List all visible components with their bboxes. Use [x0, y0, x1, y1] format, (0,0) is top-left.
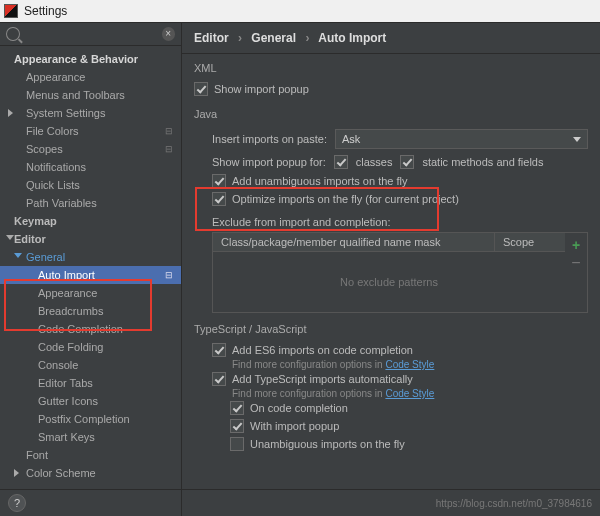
unamb-row: Unambiguous imports on the fly: [230, 435, 588, 453]
crumb-sep: ›: [238, 31, 242, 45]
hint-ts: Find more configuration options in Code …: [232, 388, 588, 399]
checkbox-label: With import popup: [250, 420, 339, 432]
checkbox-label: On code completion: [250, 402, 348, 414]
window-title: Settings: [24, 4, 67, 18]
exclude-table: Class/package/member qualified name mask…: [212, 232, 588, 313]
checkbox-add-unambiguous[interactable]: [212, 174, 226, 188]
checkbox-on-cc[interactable]: [230, 401, 244, 415]
help-button[interactable]: ?: [8, 494, 26, 512]
code-style-link[interactable]: Code Style: [385, 359, 434, 370]
checkbox-label: Optimize imports on the fly (for current…: [232, 193, 459, 205]
table-tools: + −: [565, 233, 587, 312]
search-input[interactable]: [24, 28, 162, 40]
add-icon[interactable]: +: [572, 237, 580, 253]
with-popup-row: With import popup: [230, 417, 588, 435]
tree-item-appearance[interactable]: Appearance: [0, 68, 181, 86]
ts-auto-row: Add TypeScript imports automatically: [212, 370, 588, 388]
col-scope: Scope: [495, 233, 565, 251]
tree-item-path-vars[interactable]: Path Variables: [0, 194, 181, 212]
tree-item-color-scheme[interactable]: Color Scheme: [0, 464, 181, 482]
app-icon: [4, 4, 18, 18]
insert-on-paste-row: Insert imports on paste: Ask: [212, 126, 588, 152]
tree-item-code-folding[interactable]: Code Folding: [0, 338, 181, 356]
tree-item-gutter-icons[interactable]: Gutter Icons: [0, 392, 181, 410]
tree-section-editor[interactable]: Editor: [0, 230, 181, 248]
checkbox-optimize[interactable]: [212, 192, 226, 206]
title-bar: Settings: [0, 0, 600, 22]
checkbox-label: classes: [356, 156, 393, 168]
tree-section-appearance[interactable]: Appearance & Behavior: [0, 50, 181, 68]
tree-section-keymap[interactable]: Keymap: [0, 212, 181, 230]
popup-label: Show import popup for:: [212, 156, 326, 168]
section-xml: XML Show import popup: [194, 62, 588, 98]
optimize-row: Optimize imports on the fly (for current…: [212, 190, 588, 208]
tree-item-breadcrumbs[interactable]: Breadcrumbs: [0, 302, 181, 320]
insert-on-paste-combo[interactable]: Ask: [335, 129, 588, 149]
footer: ? https://blog.csdn.net/m0_37984616: [0, 489, 600, 516]
table-empty: No exclude patterns: [213, 252, 565, 312]
xml-show-popup-row: Show import popup: [194, 80, 588, 98]
checkbox-static[interactable]: [400, 155, 414, 169]
chevron-down-icon: [6, 235, 14, 240]
overridable-icon: ⊟: [165, 126, 173, 136]
checkbox-label: static methods and fields: [422, 156, 543, 168]
checkbox-unambiguous-ts[interactable]: [230, 437, 244, 451]
section-label-ts: TypeScript / JavaScript: [194, 323, 588, 335]
col-mask: Class/package/member qualified name mask: [213, 233, 495, 251]
search-icon: [6, 27, 20, 41]
insert-label: Insert imports on paste:: [212, 133, 327, 145]
checkbox-ts-auto[interactable]: [212, 372, 226, 386]
es6-row: Add ES6 imports on code completion: [212, 341, 588, 359]
watermark: https://blog.csdn.net/m0_37984616: [436, 498, 592, 509]
checkbox-label: Show import popup: [214, 83, 309, 95]
checkbox-label: Add TypeScript imports automatically: [232, 373, 413, 385]
breadcrumb: Editor › General › Auto Import: [182, 23, 600, 54]
search-row: ×: [0, 23, 181, 46]
main-area: × Appearance & Behavior Appearance Menus…: [0, 22, 600, 516]
overridable-icon: ⊟: [165, 144, 173, 154]
hint-es6: Find more configuration options in Code …: [232, 359, 588, 370]
crumb-general[interactable]: General: [251, 31, 296, 45]
tree-item-appearance2[interactable]: Appearance: [0, 284, 181, 302]
checkbox-with-popup[interactable]: [230, 419, 244, 433]
table-header: Class/package/member qualified name mask…: [213, 233, 565, 252]
section-label-xml: XML: [194, 62, 588, 74]
crumb-sep: ›: [305, 31, 309, 45]
tree-item-file-colors[interactable]: File Colors⊟: [0, 122, 181, 140]
tree-item-code-completion[interactable]: Code Completion: [0, 320, 181, 338]
tree-item-auto-import[interactable]: Auto Import⊟: [0, 266, 181, 284]
combo-value: Ask: [342, 133, 360, 145]
crumb-editor[interactable]: Editor: [194, 31, 229, 45]
chevron-down-icon: [573, 137, 581, 142]
settings-panel: XML Show import popup Java Insert import…: [182, 54, 600, 516]
tree-item-system-settings[interactable]: System Settings: [0, 104, 181, 122]
tree-item-scopes[interactable]: Scopes⊟: [0, 140, 181, 158]
chevron-right-icon: [8, 109, 13, 117]
tree-item-notifications[interactable]: Notifications: [0, 158, 181, 176]
remove-icon[interactable]: −: [571, 259, 580, 267]
tree-item-editor-tabs[interactable]: Editor Tabs: [0, 374, 181, 392]
checkbox-label: Add unambiguous imports on the fly: [232, 175, 408, 187]
clear-search-icon[interactable]: ×: [162, 27, 175, 41]
tree-item-console[interactable]: Console: [0, 356, 181, 374]
checkbox-classes[interactable]: [334, 155, 348, 169]
on-cc-row: On code completion: [230, 399, 588, 417]
tree-item-smart-keys[interactable]: Smart Keys: [0, 428, 181, 446]
section-label-java: Java: [194, 108, 588, 120]
tree-item-menus[interactable]: Menus and Toolbars: [0, 86, 181, 104]
tree-item-quick-lists[interactable]: Quick Lists: [0, 176, 181, 194]
content-area: Editor › General › Auto Import XML Show …: [182, 23, 600, 516]
checkbox-xml-show-popup[interactable]: [194, 82, 208, 96]
popup-for-row: Show import popup for: classes static me…: [212, 152, 588, 172]
tree-item-font[interactable]: Font: [0, 446, 181, 464]
settings-tree: Appearance & Behavior Appearance Menus a…: [0, 46, 181, 486]
checkbox-es6[interactable]: [212, 343, 226, 357]
tree-item-general[interactable]: General: [0, 248, 181, 266]
code-style-link[interactable]: Code Style: [385, 388, 434, 399]
tree-item-postfix[interactable]: Postfix Completion: [0, 410, 181, 428]
checkbox-label: Unambiguous imports on the fly: [250, 438, 405, 450]
section-ts: TypeScript / JavaScript Add ES6 imports …: [194, 323, 588, 453]
section-java: Java Insert imports on paste: Ask Show i…: [194, 108, 588, 313]
sidebar: × Appearance & Behavior Appearance Menus…: [0, 23, 182, 516]
chevron-down-icon: [14, 253, 22, 258]
